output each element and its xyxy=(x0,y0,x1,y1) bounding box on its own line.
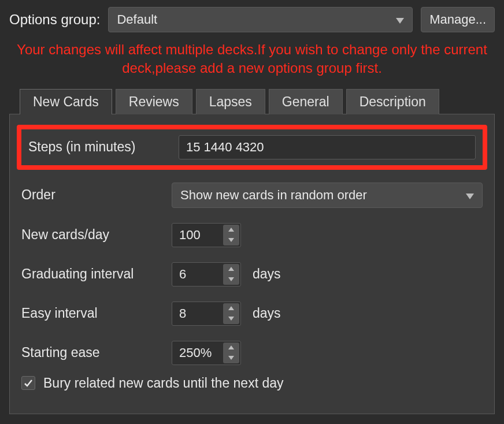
manage-button-label: Manage... xyxy=(429,12,486,27)
order-value: Show new cards in random order xyxy=(180,188,367,203)
easy-interval-spinner[interactable]: 8 xyxy=(172,302,241,326)
chevron-down-icon xyxy=(466,188,474,203)
spinner-up[interactable] xyxy=(223,225,239,235)
new-cards-day-value: 100 xyxy=(179,228,201,243)
svg-marker-8 xyxy=(228,345,234,349)
check-icon xyxy=(24,378,33,388)
row-new-cards-day: New cards/day 100 xyxy=(21,223,483,247)
bury-checkbox[interactable] xyxy=(21,376,35,390)
row-easy-interval: Easy interval 8 days xyxy=(21,302,483,326)
spinner-down[interactable] xyxy=(223,353,239,363)
bury-label: Bury related new cards until the next da… xyxy=(43,375,284,391)
tab-reviews[interactable]: Reviews xyxy=(116,89,192,114)
starting-ease-value: 250% xyxy=(179,345,212,360)
svg-marker-3 xyxy=(228,238,234,242)
options-group-value: Default xyxy=(117,12,157,27)
order-select[interactable]: Show new cards in random order xyxy=(172,183,483,208)
spinner-buttons xyxy=(223,343,239,363)
row-graduating-interval: Graduating interval 6 days xyxy=(21,262,483,287)
spinner-down[interactable] xyxy=(223,274,239,285)
new-cards-day-label: New cards/day xyxy=(21,227,172,243)
row-steps: Steps (in minutes) xyxy=(28,135,476,159)
svg-marker-5 xyxy=(228,277,234,281)
easy-interval-label: Easy interval xyxy=(21,306,172,321)
warning-text: Your changes will affect multiple decks.… xyxy=(14,40,490,78)
spinner-buttons xyxy=(223,225,239,246)
tab-bar: New Cards Reviews Lapses General Descrip… xyxy=(20,88,495,114)
header-row: Options group: Default Manage... xyxy=(9,7,495,32)
starting-ease-label: Starting ease xyxy=(21,345,172,360)
spinner-up[interactable] xyxy=(223,303,239,314)
row-bury: Bury related new cards until the next da… xyxy=(21,375,483,391)
row-order: Order Show new cards in random order xyxy=(21,183,483,208)
tab-new-cards[interactable]: New Cards xyxy=(20,89,112,114)
svg-marker-1 xyxy=(466,194,474,199)
spinner-buttons xyxy=(223,264,239,285)
spinner-buttons xyxy=(223,303,239,324)
deck-options-window: Options group: Default Manage... Your ch… xyxy=(0,0,504,414)
graduating-interval-suffix: days xyxy=(253,266,281,282)
spinner-up[interactable] xyxy=(223,343,239,353)
svg-marker-2 xyxy=(228,228,234,232)
svg-marker-6 xyxy=(228,306,234,310)
graduating-interval-label: Graduating interval xyxy=(21,266,172,282)
order-label: Order xyxy=(21,187,172,203)
svg-marker-4 xyxy=(228,267,234,271)
svg-marker-9 xyxy=(228,356,234,360)
starting-ease-spinner[interactable]: 250% xyxy=(172,341,241,365)
steps-label: Steps (in minutes) xyxy=(28,139,179,155)
tab-panel-new-cards: Steps (in minutes) Order Show new cards … xyxy=(9,114,495,414)
svg-marker-7 xyxy=(228,317,234,321)
chevron-down-icon xyxy=(396,12,404,27)
easy-interval-suffix: days xyxy=(253,306,281,321)
row-starting-ease: Starting ease 250% xyxy=(21,341,483,365)
tab-general[interactable]: General xyxy=(269,89,343,114)
spinner-down[interactable] xyxy=(223,314,239,324)
graduating-interval-value: 6 xyxy=(179,267,186,282)
spinner-up[interactable] xyxy=(223,264,239,274)
svg-marker-0 xyxy=(396,18,404,24)
tab-description[interactable]: Description xyxy=(346,89,439,114)
steps-highlight: Steps (in minutes) xyxy=(17,125,487,170)
manage-button[interactable]: Manage... xyxy=(421,7,495,32)
steps-input[interactable] xyxy=(179,135,476,159)
spinner-down[interactable] xyxy=(223,235,239,246)
easy-interval-value: 8 xyxy=(179,306,186,321)
graduating-interval-spinner[interactable]: 6 xyxy=(172,262,241,287)
options-group-label: Options group: xyxy=(9,12,100,28)
options-group-select[interactable]: Default xyxy=(108,7,413,32)
tab-lapses[interactable]: Lapses xyxy=(196,89,265,114)
new-cards-day-spinner[interactable]: 100 xyxy=(172,223,241,247)
